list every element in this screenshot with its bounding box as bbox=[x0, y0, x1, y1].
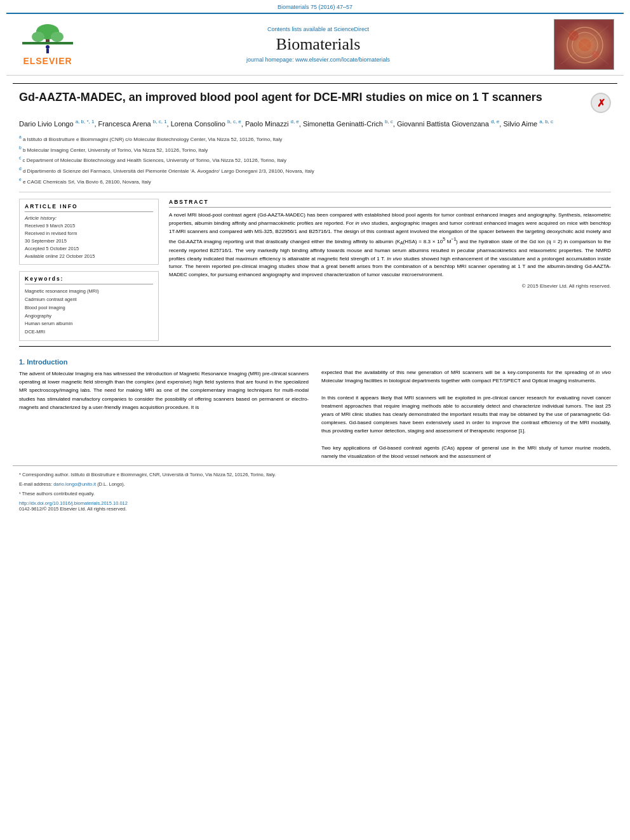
affiliation-b: b b Molecular Imaging Center, University… bbox=[19, 145, 611, 154]
homepage-link[interactable]: www.elsevier.com/locate/biomaterials bbox=[295, 57, 390, 63]
footer: http://dx.doi.org/10.1016/j.biomaterials… bbox=[13, 500, 617, 512]
journal-title: Biomaterials bbox=[89, 35, 547, 54]
affiliation-a: a a Istituto di Biostrutture e Bioimmagi… bbox=[19, 134, 611, 143]
keyword-4: Angiography bbox=[25, 312, 153, 321]
introduction-section: 1. Introduction The advent of Molecular … bbox=[13, 352, 617, 460]
elsevier-logo: ELSEVIER bbox=[19, 23, 76, 66]
email-note: E-mail address: dario.longo@unito.it (D.… bbox=[19, 481, 611, 488]
keyword-6: DCE-MRI bbox=[25, 328, 153, 337]
corresponding-author-note: * Corresponding author. Istituto di Bios… bbox=[19, 471, 611, 479]
received-revised-label: Received in revised form bbox=[25, 230, 153, 237]
history-label: Article history: bbox=[25, 215, 153, 221]
abstract-text: A novel MRI blood-pool contrast agent (G… bbox=[169, 211, 611, 279]
intro-right-col: expected that the availability of this n… bbox=[321, 352, 611, 460]
issn-notice: 0142-9612/© 2015 Elsevier Ltd. All right… bbox=[19, 506, 611, 512]
journal-homepage: journal homepage: www.elsevier.com/locat… bbox=[89, 57, 547, 63]
abstract-col: ABSTRACT A novel MRI blood-pool contrast… bbox=[169, 199, 611, 341]
journal-reference: Biomaterials 75 (2016) 47–57 bbox=[0, 0, 630, 13]
keyword-5: Human serum albumin bbox=[25, 320, 153, 328]
article-dates: Received 9 March 2015 Received in revise… bbox=[25, 222, 153, 260]
article-section: Gd-AAZTA-MADEC, an improved blood pool a… bbox=[13, 83, 617, 347]
keyword-3: Blood pool imaging bbox=[25, 304, 153, 312]
keywords-list: Magnetic resonance imaging (MRI) Cadmium… bbox=[25, 288, 153, 337]
article-info-box: ARTICLE INFO Article history: Received 9… bbox=[19, 199, 159, 265]
revised-date: 30 September 2015 bbox=[25, 237, 153, 245]
sciencedirect-link-text[interactable]: ScienceDirect bbox=[334, 26, 370, 32]
keyword-1: Magnetic resonance imaging (MRI) bbox=[25, 288, 153, 296]
journal-ref-text: Biomaterials 75 (2016) 47–57 bbox=[278, 4, 352, 10]
footnotes-section: * Corresponding author. Istituto di Bios… bbox=[13, 465, 617, 498]
svg-point-5 bbox=[46, 45, 50, 49]
intro-right-text: expected that the availability of this n… bbox=[321, 368, 611, 460]
keywords-header: Keywords: bbox=[25, 276, 153, 284]
author-email[interactable]: dario.longo@unito.it bbox=[53, 481, 96, 487]
equal-contribution-note: ¹ These authors contributed equally. bbox=[19, 490, 611, 498]
svg-rect-0 bbox=[22, 42, 73, 44]
online-date: Available online 22 October 2015 bbox=[25, 253, 153, 260]
affiliation-e: e e CAGE Chemicals Srl, Via Bovio 6, 281… bbox=[19, 177, 611, 186]
crossmark-icon[interactable]: ✗ bbox=[591, 93, 611, 113]
article-info-header: ARTICLE INFO bbox=[25, 203, 153, 212]
keyword-2: Cadmium contrast agent bbox=[25, 296, 153, 304]
keywords-box: Keywords: Magnetic resonance imaging (MR… bbox=[19, 271, 159, 341]
received-date: Received 9 March 2015 bbox=[25, 222, 153, 230]
crossmark-area: ✗ bbox=[591, 93, 611, 113]
section-number: 1. Introduction bbox=[19, 358, 309, 366]
svg-point-10 bbox=[579, 39, 591, 51]
affiliation-c: c c Department of Molecular Biotechnolog… bbox=[19, 155, 611, 164]
svg-rect-6 bbox=[46, 49, 49, 53]
svg-point-3 bbox=[32, 32, 44, 42]
page: Biomaterials 75 (2016) 47–57 ELSE bbox=[0, 0, 630, 512]
title-row: Gd-AAZTA-MADEC, an improved blood pool a… bbox=[19, 84, 611, 113]
journal-header: ELSEVIER Contents lists available at Sci… bbox=[6, 13, 624, 76]
affiliations-block: a a Istituto di Biostrutture e Bioimmagi… bbox=[19, 134, 611, 192]
journal-cover-area: Biomaterials bbox=[554, 19, 617, 70]
journal-cover-image: Biomaterials bbox=[554, 19, 614, 70]
elsevier-logo-area: ELSEVIER bbox=[13, 23, 83, 66]
accepted-date: Accepted 5 October 2015 bbox=[25, 245, 153, 253]
intro-left-col: 1. Introduction The advent of Molecular … bbox=[19, 352, 309, 460]
info-abstract-row: ARTICLE INFO Article history: Received 9… bbox=[19, 199, 611, 341]
article-title: Gd-AAZTA-MADEC, an improved blood pool a… bbox=[19, 90, 584, 105]
doi-link[interactable]: http://dx.doi.org/10.1016/j.biomaterials… bbox=[19, 500, 611, 506]
abstract-header: ABSTRACT bbox=[169, 199, 611, 208]
left-metadata-col: ARTICLE INFO Article history: Received 9… bbox=[19, 199, 159, 341]
svg-point-4 bbox=[51, 32, 64, 42]
authors-line: Dario Livio Longo a, b, *, 1, Francesca … bbox=[19, 118, 611, 129]
journal-header-center: Contents lists available at ScienceDirec… bbox=[83, 26, 554, 63]
cover-art-icon bbox=[554, 20, 614, 70]
affiliation-d: d d Dipartimento di Scienze del Farmaco,… bbox=[19, 166, 611, 175]
section-divider bbox=[19, 346, 611, 347]
intro-left-text: The advent of Molecular Imaging era has … bbox=[19, 370, 309, 411]
elsevier-tree-icon bbox=[19, 23, 76, 55]
elsevier-wordmark: ELSEVIER bbox=[23, 56, 72, 66]
copyright-notice: © 2015 Elsevier Ltd. All rights reserved… bbox=[169, 283, 611, 289]
sciencedirect-notice: Contents lists available at ScienceDirec… bbox=[89, 26, 547, 32]
